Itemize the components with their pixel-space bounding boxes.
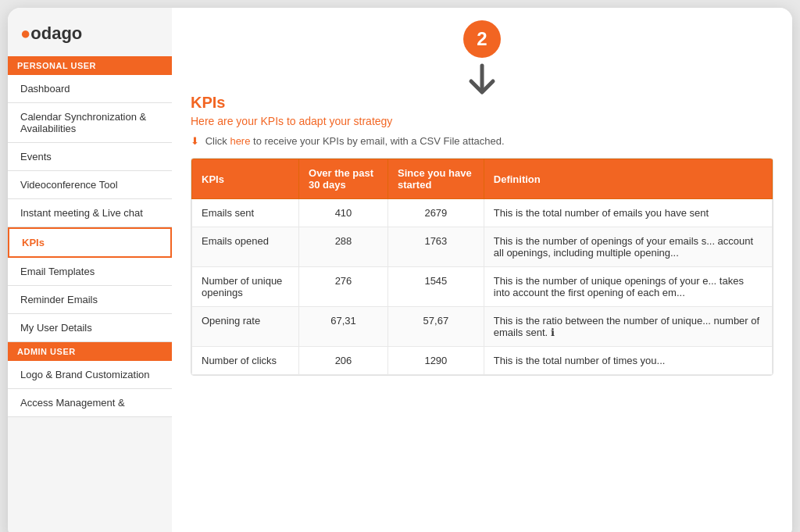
cell-kpi-name: Number of clicks — [192, 347, 299, 375]
sidebar-item-my-user-details[interactable]: My User Details — [8, 314, 172, 342]
cell-past30: 206 — [299, 347, 388, 375]
sidebar-item-kpis[interactable]: KPIs — [8, 227, 172, 258]
cell-kpi-name: Number of unique openings — [192, 267, 299, 307]
col-header-kpis: KPIs — [192, 159, 299, 199]
admin-user-section: ADMIN USER — [8, 342, 172, 361]
sidebar: ●odago PERSONAL USER Dashboard Calendar … — [8, 8, 172, 532]
cell-definition: This is the total number of times you... — [484, 347, 772, 375]
sidebar-item-events[interactable]: Events — [8, 143, 172, 171]
table-row: Number of clicks 206 1290 This is the to… — [192, 347, 773, 375]
sidebar-item-logo-brand[interactable]: Logo & Brand Customization — [8, 361, 172, 389]
kpi-subtitle: Here are your KPIs to adapt your strateg… — [191, 115, 773, 127]
step-bubble: 2 — [463, 20, 501, 58]
table-row: Opening rate 67,31 57,67 This is the rat… — [192, 307, 773, 347]
sidebar-item-access-management[interactable]: Access Management & — [8, 389, 172, 417]
cell-kpi-name: Opening rate — [192, 307, 299, 347]
kpi-table: KPIs Over the past 30 days Since you hav… — [191, 159, 773, 375]
sidebar-item-instant-meeting[interactable]: Instant meeting & Live chat — [8, 199, 172, 227]
cell-since-start: 1763 — [388, 227, 484, 267]
email-line-prefix: Click — [205, 135, 230, 147]
step-number: 2 — [477, 28, 487, 50]
logo-text: odago — [30, 23, 82, 43]
table-header-row: KPIs Over the past 30 days Since you hav… — [192, 159, 773, 199]
arrow-down-icon — [463, 61, 501, 103]
app-window: ●odago PERSONAL USER Dashboard Calendar … — [8, 8, 792, 532]
main-content: 2 KPIs Here are your KPIs to adapt your … — [172, 8, 792, 532]
email-kpi-link[interactable]: here — [230, 135, 250, 147]
cell-kpi-name: Emails sent — [192, 199, 299, 227]
download-icon: ⬇ — [191, 135, 199, 147]
cell-past30: 288 — [299, 227, 388, 267]
cell-since-start: 1290 — [388, 347, 484, 375]
kpi-table-wrapper: KPIs Over the past 30 days Since you hav… — [191, 158, 773, 376]
col-header-past30: Over the past 30 days — [299, 159, 388, 199]
cell-definition: This is the ratio between the number of … — [484, 307, 772, 347]
cell-past30: 410 — [299, 199, 388, 227]
app-logo: ●odago — [8, 16, 172, 56]
cell-past30: 67,31 — [299, 307, 388, 347]
sidebar-item-videoconference[interactable]: Videoconference Tool — [8, 171, 172, 199]
kpi-email-line: ⬇ Click here to receive your KPIs by ema… — [191, 135, 773, 147]
cell-since-start: 2679 — [388, 199, 484, 227]
personal-user-section: PERSONAL USER — [8, 56, 172, 75]
cell-definition: This is the total number of emails you h… — [484, 199, 772, 227]
cell-kpi-name: Emails opened — [192, 227, 299, 267]
col-header-since-start: Since you have started — [388, 159, 484, 199]
sidebar-item-calendar[interactable]: Calendar Synchronization & Availabilitie… — [8, 103, 172, 143]
table-row: Emails opened 288 1763 This is the numbe… — [192, 227, 773, 267]
sidebar-item-reminder-emails[interactable]: Reminder Emails — [8, 286, 172, 314]
table-row: Emails sent 410 2679 This is the total n… — [192, 199, 773, 227]
sidebar-item-dashboard[interactable]: Dashboard — [8, 75, 172, 103]
table-row: Number of unique openings 276 1545 This … — [192, 267, 773, 307]
cell-since-start: 1545 — [388, 267, 484, 307]
col-header-definition: Definition — [484, 159, 772, 199]
cell-since-start: 57,67 — [388, 307, 484, 347]
cell-past30: 276 — [299, 267, 388, 307]
cell-definition: This is the number of unique openings of… — [484, 267, 772, 307]
sidebar-item-email-templates[interactable]: Email Templates — [8, 258, 172, 286]
cell-definition: This is the number of openings of your e… — [484, 227, 772, 267]
email-line-suffix: to receive your KPIs by email, with a CS… — [253, 135, 505, 147]
